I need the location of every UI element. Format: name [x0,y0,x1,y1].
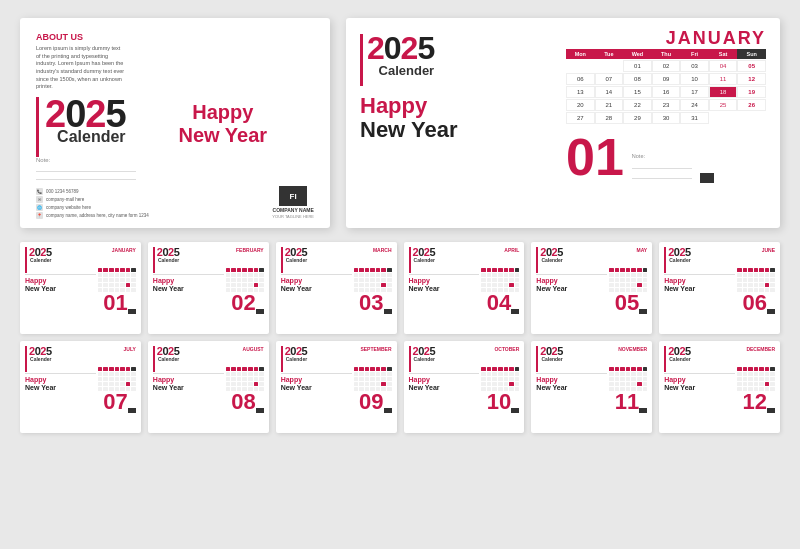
mini-happy: Happy [409,277,480,285]
mini-top-row: 2025 Calender Happy New Year DECEMBER [664,346,775,391]
note-section-left: Note: [36,157,314,180]
pink-bar-left [36,97,39,157]
mini-bottom: 03 [281,292,392,314]
right-year-number: 2025 [367,32,434,64]
mini-year-col: 2025 Calender [668,247,691,263]
mini-happy: Happy [664,277,735,285]
month-number-right: 01 [566,131,624,183]
mini-card-november: 2025 Calender Happy New Year NOVEMBER [531,341,652,433]
company-info: FI COMPANY NAME YOUR TAGLINE HERE [272,186,314,219]
mini-top: 2025 Calender [536,247,607,273]
calendar-header: Mon Tue Wed Thu Fri Sat Sun [566,49,766,59]
right-year-block: 2025 Calender [367,32,434,77]
mini-top: 2025 Calender [664,247,735,273]
mini-top: 2025 Calender [153,247,224,273]
mini-left-col: 2025 Calender Happy New Year [536,247,607,292]
mini-calender: Calender [29,357,52,362]
mini-year-col: 2025 Calender [157,346,180,362]
mini-new-year: New Year [409,384,480,392]
mini-right-col: JULY [98,346,136,391]
mini-new-year: New Year [25,285,96,293]
mini-month-num-display: 06 [664,292,767,314]
mini-right-col: MARCH [354,247,392,292]
mini-calender: Calender [157,357,180,362]
mini-pink-bar [281,346,283,372]
website-row: 🌐 company website here [36,204,149,211]
mini-card-december: 2025 Calender Happy New Year DECEMBER [659,341,780,433]
mini-year-col: 2025 Calender [540,346,563,362]
mini-year-col: 2025 Calender [285,346,308,362]
mini-year-col: 2025 Calender [285,247,308,263]
left-preview-card: ABOUT US Lorem ipsum is simply dummy tex… [20,18,330,228]
mini-left-col: 2025 Calender Happy New Year [153,247,224,292]
mini-top: 2025 Calender [536,346,607,372]
mini-top: 2025 Calender [409,247,480,273]
mini-new-year: New Year [25,384,96,392]
mini-year-col: 2025 Calender [29,247,52,263]
mini-left-col: 2025 Calender Happy New Year [664,247,735,292]
mini-black-rect [256,309,264,314]
mini-month-name: AUGUST [226,346,264,366]
pink-bar-right [360,34,363,86]
mini-right-col: MAY [609,247,647,292]
mini-card-august: 2025 Calender Happy New Year AUGUST [148,341,269,433]
right-main: 2025 Calender [360,32,556,86]
mini-left-col: 2025 Calender Happy New Year [25,346,96,391]
left-card-footer: 📞 000 1234 56789 ✉ company-mail here 🌐 c… [36,186,314,219]
mini-month-name: FEBRUARY [226,247,264,267]
mini-left-col: 2025 Calender Happy New Year [153,346,224,391]
mini-right-col: NOVEMBER [609,346,647,391]
cal-row-5: 27 28 29 30 31 [566,112,766,124]
mini-top-row: 2025 Calender Happy New Year JULY [25,346,136,391]
mini-new-year: New Year [153,384,224,392]
mini-left-col: 2025 Calender Happy New Year [409,247,480,292]
cal-header-fri: Fri [680,49,709,59]
mini-bottom: 10 [409,391,520,413]
phone-row: 📞 000 1234 56789 [36,188,149,195]
mini-top: 2025 Calender [25,247,96,273]
mini-top-row: 2025 Calender Happy New Year MARCH [281,247,392,292]
mini-new-year: New Year [664,285,735,293]
mini-bottom: 07 [25,391,136,413]
mini-happy: Happy [536,376,607,384]
right-preview-card: 2025 Calender Happy New Year JANUARY Mon… [346,18,780,228]
mini-bottom: 12 [664,391,775,413]
mini-bottom: 02 [153,292,264,314]
cal-row-1: 01 02 03 04 05 [566,60,766,72]
black-rect-right [700,173,714,183]
january-title: JANUARY [566,28,766,49]
mini-pink-bar [409,346,411,372]
mini-month-name: JANUARY [98,247,136,267]
mini-bottom: 08 [153,391,264,413]
mini-month-name: MAY [609,247,647,267]
mini-right-col: AUGUST [226,346,264,391]
mini-new-year: New Year [536,384,607,392]
mini-pink-bar [664,247,666,273]
mini-right-col: JANUARY [98,247,136,292]
mini-happy: Happy [25,277,96,285]
about-us-title: ABOUT US [36,32,314,42]
mini-year-col: 2025 Calender [413,346,436,362]
mini-year-col: 2025 Calender [413,247,436,263]
mini-right-col: OCTOBER [481,346,519,391]
mini-month-name: MARCH [354,247,392,267]
company-logo: FI [279,186,307,206]
mini-month-name: JULY [98,346,136,366]
mini-month-num-display: 08 [153,391,256,413]
mini-left-col: 2025 Calender Happy New Year [281,346,352,391]
email-row: ✉ company-mail here [36,196,149,203]
mini-month-name: OCTOBER [481,346,519,366]
mini-left-col: 2025 Calender Happy New Year [409,346,480,391]
mini-month-num-display: 04 [409,292,512,314]
mini-happy: Happy [281,277,352,285]
cal-row-2: 06 07 08 09 10 11 12 [566,73,766,85]
mini-calender: Calender [285,357,308,362]
mini-month-num-display: 05 [536,292,639,314]
mini-top-row: 2025 Calender Happy New Year AUGUST [153,346,264,391]
mini-black-rect [128,309,136,314]
mini-bottom: 04 [409,292,520,314]
cal-header-sun: Sun [737,49,766,59]
mini-bottom: 11 [536,391,647,413]
mini-happy: Happy [153,277,224,285]
mini-black-rect [384,408,392,413]
